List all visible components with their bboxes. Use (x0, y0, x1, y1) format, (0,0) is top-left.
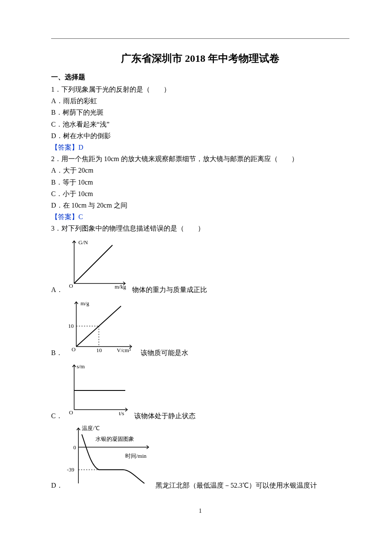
graph-b-xtick: 10 (96, 347, 102, 353)
graph-c-ylabel: s/m (77, 363, 85, 370)
divider (51, 38, 349, 39)
q1-stem: 1．下列现象属于光的反射的是（ ） (51, 84, 349, 95)
q2-answer: 【答案】C (51, 211, 349, 223)
q3-opt-c-letter: C． (51, 411, 63, 421)
page-number: 1 (51, 508, 349, 515)
q3-opt-b-text: 该物质可能是水 (141, 348, 188, 358)
graph-d-ylabel: 温度/℃ (82, 425, 100, 431)
graph-a-origin: O (69, 283, 73, 289)
q2-opt-d: D．在 10cm 与 20cm 之间 (51, 199, 349, 211)
page: 广东省深圳市 2018 年中考物理试卷 一、选择题 1．下列现象属于光的反射的是… (0, 0, 392, 532)
section-heading-1: 一、选择题 (51, 73, 349, 82)
q1-answer: 【答案】D (51, 142, 349, 153)
q3-opt-c-row: C． s/m t/s O 该物体处于静止状态 (51, 361, 349, 421)
q1-opt-c: C．池水看起来“浅” (51, 119, 349, 130)
q3-opt-d-letter: D． (51, 480, 63, 491)
q3-opt-a-row: A． G/N m/kg O 物体的重力与质量成正比 (51, 237, 349, 295)
q3-opt-d-row: D． 温度/℃ 水银的凝固图象 时间/min 0 -39 黑龙江北部（最低温度－… (51, 424, 349, 491)
graph-b: m/g 10 10 V/cm³ O (66, 298, 138, 358)
graph-d-xlabel: 时间/min (125, 453, 147, 459)
graph-c-xlabel: t/s (119, 410, 124, 416)
graph-b-ylabel: m/g (81, 300, 89, 306)
graph-b-xlabel: V/cm³ (117, 347, 131, 353)
graph-b-ytick: 10 (68, 323, 74, 329)
q3-opt-d-text: 黑龙江北部（最低温度－52.3℃）可以使用水银温度计 (156, 480, 317, 491)
graph-c-origin: O (69, 409, 73, 416)
graph-a: G/N m/kg O (66, 237, 130, 295)
graph-a-xlabel: m/kg (115, 283, 126, 290)
graph-d-y1: -39 (67, 466, 74, 473)
doc-title: 广东省深圳市 2018 年中考物理试卷 (51, 52, 349, 65)
svg-line-2 (74, 245, 112, 283)
graph-d-annot: 水银的凝固图象 (95, 436, 134, 442)
graph-d-y0: 0 (73, 444, 76, 451)
graph-c: s/m t/s O (66, 361, 132, 421)
q3-opt-c-text: 该物体处于静止状态 (134, 411, 196, 421)
q1-opt-d: D．树在水中的倒影 (51, 130, 349, 142)
graph-a-ylabel: G/N (78, 239, 88, 246)
graph-d: 温度/℃ 水银的凝固图象 时间/min 0 -39 (66, 424, 153, 491)
q2-opt-b: B．等于 10cm (51, 176, 349, 188)
q2-opt-c: C．小于 10cm (51, 188, 349, 199)
q3-opt-a-text: 物体的重力与质量成正比 (132, 285, 207, 295)
q3-opt-b-row: B． m/g 10 10 V/cm³ O 该物质可能是水 (51, 298, 349, 358)
graph-b-origin: O (72, 346, 75, 353)
q3-opt-b-letter: B． (51, 348, 63, 358)
q1-opt-a: A．雨后的彩虹 (51, 95, 349, 107)
q3-opt-a-letter: A． (51, 285, 63, 295)
q1-opt-b: B．树荫下的光斑 (51, 107, 349, 118)
q3-stem: 3．对下列图象中的物理信息描述错误的是（ ） (51, 223, 349, 234)
q2-stem: 2．用一个焦距为 10cm 的放大镜来观察邮票细节，放大镜与邮票的距离应（ ） (51, 153, 349, 165)
q2-opt-a: A．大于 20cm (51, 165, 349, 176)
